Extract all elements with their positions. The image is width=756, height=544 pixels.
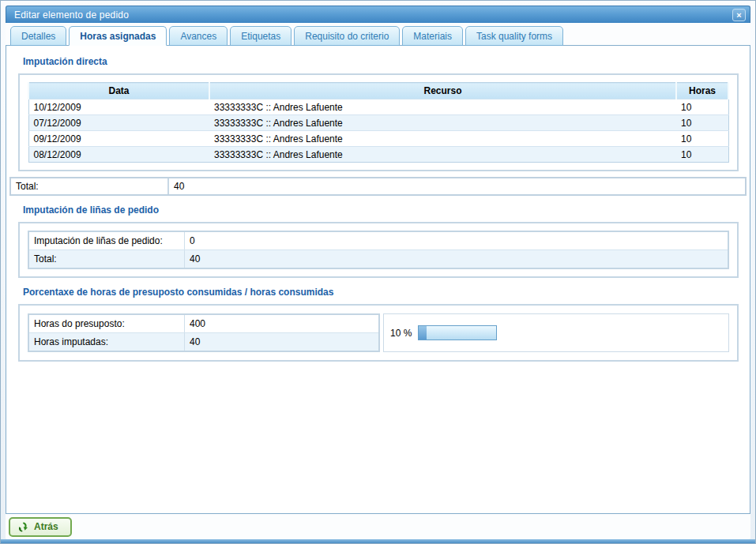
tab-materiais[interactable]: Materiais (402, 26, 463, 46)
back-button-label: Atrás (34, 521, 58, 532)
close-icon: × (736, 10, 741, 20)
cell-horas: 10 (676, 147, 728, 163)
cell-recurso: 33333333C :: Andres Lafuente (209, 147, 676, 163)
table-header-row: Data Recurso Horas (28, 83, 728, 99)
cell-recurso: 33333333C :: Andres Lafuente (209, 131, 676, 147)
cell-recurso: 33333333C :: Andres Lafuente (209, 99, 676, 115)
order-lines-table: Imputación de liñas de pedido: 0 Total: … (28, 231, 729, 269)
section-heading-porcentaxe: Porcentaxe de horas de presuposto consum… (23, 287, 750, 298)
cell-recurso: 33333333C :: Andres Lafuente (209, 115, 676, 131)
table-row: 10/12/2009 33333333C :: Andres Lafuente … (28, 99, 728, 115)
tab-detalles[interactable]: Detalles (10, 26, 66, 46)
dialog-titlebar: Editar elemento de pedido × (6, 6, 750, 23)
kv-value: 40 (185, 333, 378, 351)
kv-value: 40 (185, 250, 728, 268)
kv-row: Horas do presuposto: 400 (29, 315, 378, 332)
progress-percent-label: 10 % (390, 328, 412, 339)
direct-total-row: Total: 40 (9, 177, 747, 196)
close-button[interactable]: × (732, 9, 746, 21)
tab-etiquetas[interactable]: Etiquetas (230, 26, 291, 46)
table-row: 08/12/2009 33333333C :: Andres Lafuente … (28, 147, 728, 163)
table-row: 09/12/2009 33333333C :: Andres Lafuente … (28, 131, 728, 147)
tab-horas-asignadas[interactable]: Horas asignadas (69, 26, 167, 46)
total-label: Total: (11, 178, 169, 194)
progress-container: 10 % (383, 313, 729, 352)
order-lines-box: Imputación de liñas de pedido: 0 Total: … (18, 222, 739, 278)
kv-row: Imputación de liñas de pedido: 0 (29, 232, 728, 249)
percentage-box: Horas do presuposto: 400 Horas imputadas… (18, 304, 739, 362)
dialog-frame: Editar elemento de pedido × Detalles Hor… (6, 6, 750, 539)
percentage-table: Horas do presuposto: 400 Horas imputadas… (28, 313, 380, 352)
window-bottom-edge (1, 539, 755, 543)
kv-row: Total: 40 (29, 249, 728, 268)
dialog-title: Editar elemento de pedido (14, 9, 732, 21)
back-arrow-icon (17, 521, 28, 533)
footer-bar: Atrás (6, 514, 750, 539)
section-heading-imputacion-directa: Imputación directa (23, 56, 750, 67)
dialog-window: Editar elemento de pedido × Detalles Hor… (0, 0, 756, 544)
column-header-horas: Horas (676, 83, 728, 99)
cell-horas: 10 (676, 115, 728, 131)
kv-label: Horas do presuposto: (29, 315, 185, 332)
tab-task-quality-forms[interactable]: Task quality forms (465, 26, 563, 46)
cell-horas: 10 (676, 131, 728, 147)
kv-value: 400 (185, 315, 378, 332)
section-heading-linas-pedido: Imputación de liñas de pedido (23, 204, 750, 216)
kv-row: Horas imputadas: 40 (29, 332, 378, 351)
direct-imputation-table: Data Recurso Horas 10/12/2009 33333333C … (28, 82, 729, 163)
cell-data: 09/12/2009 (28, 131, 209, 147)
table-row: 07/12/2009 33333333C :: Andres Lafuente … (28, 115, 728, 131)
dialog-body: Detalles Horas asignadas Avances Etiquet… (6, 23, 750, 539)
kv-value: 0 (185, 232, 728, 249)
tab-avances[interactable]: Avances (169, 26, 228, 46)
cell-horas: 10 (676, 99, 728, 115)
kv-label: Horas imputadas: (29, 333, 185, 351)
kv-label: Imputación de liñas de pedido: (29, 232, 185, 249)
cell-data: 07/12/2009 (28, 115, 209, 131)
progress-fill (419, 326, 427, 340)
progress-bar (418, 325, 497, 340)
kv-label: Total: (29, 250, 185, 268)
column-header-data: Data (28, 83, 209, 99)
back-button[interactable]: Atrás (9, 517, 72, 537)
direct-imputation-box: Data Recurso Horas 10/12/2009 33333333C … (18, 73, 739, 171)
total-value: 40 (169, 178, 745, 194)
tab-bar: Detalles Horas asignadas Avances Etiquet… (6, 23, 750, 46)
cell-data: 08/12/2009 (28, 147, 209, 163)
cell-data: 10/12/2009 (28, 99, 209, 115)
column-header-recurso: Recurso (209, 83, 676, 99)
tab-requisito-do-criterio[interactable]: Requisito do criterio (294, 26, 400, 46)
tab-panel: Imputación directa Data Recurso Horas (6, 45, 750, 514)
